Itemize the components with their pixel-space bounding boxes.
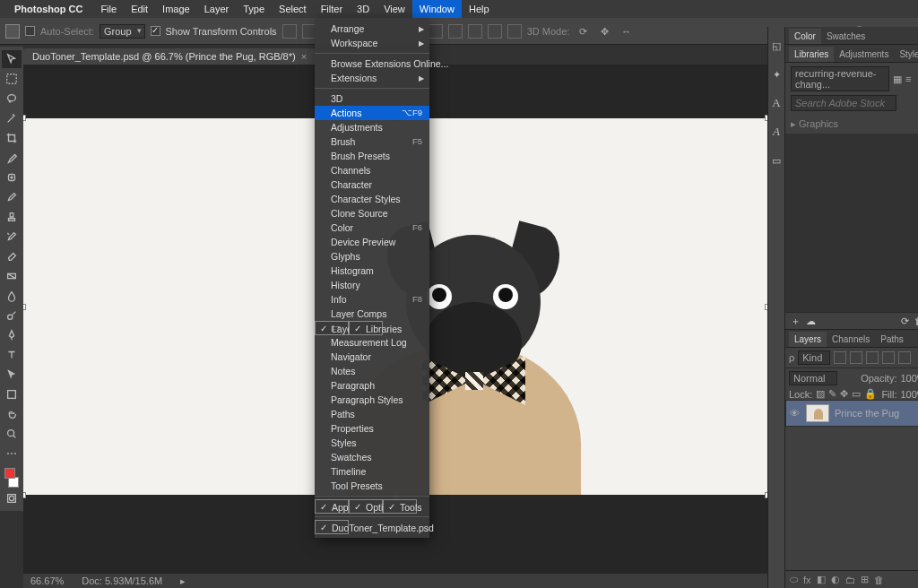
type-tool[interactable] (2, 346, 22, 364)
layer-row[interactable]: 👁 Prince the Pug (785, 400, 918, 427)
auto-select-checkbox[interactable] (25, 26, 35, 36)
filter-pixel-icon[interactable] (834, 351, 846, 364)
menu-item-paragraph[interactable]: Paragraph (315, 378, 429, 393)
paragraph-panel-icon[interactable]: A (768, 124, 784, 140)
gradient-tool[interactable] (2, 267, 22, 285)
color-swatches[interactable] (2, 468, 22, 488)
menu-view[interactable]: View (377, 0, 412, 18)
menu-item-device-preview[interactable]: Device Preview (315, 235, 429, 249)
menu-item-adjustments[interactable]: Adjustments (315, 120, 429, 134)
layer-mask-icon[interactable]: ◧ (817, 574, 826, 585)
lock-pixels-icon[interactable]: ✎ (828, 388, 836, 400)
tab-color[interactable]: Color (789, 29, 821, 44)
history-panel-icon[interactable]: ◱ (768, 38, 784, 54)
menu-item-info[interactable]: InfoF8 (315, 292, 429, 307)
menu-item-paragraph-styles[interactable]: Paragraph Styles (315, 393, 429, 407)
eraser-tool[interactable] (2, 247, 22, 265)
menu-3d[interactable]: 3D (350, 0, 377, 18)
menu-item-glyphs[interactable]: Glyphs (315, 249, 429, 264)
menu-item-notes[interactable]: Notes (315, 364, 429, 378)
tool-preset-icon[interactable] (5, 24, 20, 39)
lib-section-graphics[interactable]: Graphics (799, 118, 838, 129)
quickmask-toggle[interactable] (2, 489, 22, 507)
lib-sync-icon[interactable]: ⟳ (901, 316, 909, 327)
lib-trash-icon[interactable]: 🗑 (914, 316, 918, 326)
character-panel-icon[interactable]: A (768, 95, 784, 111)
filter-shape-icon[interactable] (882, 351, 895, 364)
lock-transparency-icon[interactable]: ▨ (816, 388, 825, 400)
adjustment-layer-icon[interactable]: ◐ (831, 574, 840, 585)
transform-handle[interactable] (23, 492, 26, 498)
menu-item-history[interactable]: History (315, 278, 429, 292)
transform-handle[interactable] (23, 115, 26, 121)
layer-name[interactable]: Prince the Pug (835, 408, 899, 419)
menu-item-character-styles[interactable]: Character Styles (315, 192, 429, 206)
menu-item-properties[interactable]: Properties (315, 421, 429, 436)
menu-item-browse-extensions-online[interactable]: Browse Extensions Online... (315, 56, 429, 71)
menu-image[interactable]: Image (155, 0, 197, 18)
filter-adj-icon[interactable] (850, 351, 862, 364)
zoom-level[interactable]: 66.67% (30, 575, 64, 586)
menu-item-actions[interactable]: Actions⌥F9 (315, 106, 429, 120)
layer-filter-select[interactable]: Kind (798, 350, 830, 365)
lock-position-icon[interactable]: ✥ (840, 388, 848, 400)
tab-close-icon[interactable]: × (301, 51, 307, 62)
dodge-tool[interactable] (2, 307, 22, 324)
menu-item-brush[interactable]: BrushF5 (315, 134, 429, 149)
menu-item-tool-presets[interactable]: Tool Presets (315, 479, 429, 493)
lib-list-icon[interactable]: ≡ (905, 74, 911, 84)
marquee-tool[interactable] (2, 70, 22, 88)
distribute-5-icon[interactable] (488, 24, 502, 39)
align-left-icon[interactable] (282, 24, 297, 39)
library-select[interactable]: recurring-revenue-chang... (791, 66, 889, 91)
distribute-4-icon[interactable] (468, 24, 482, 39)
blur-tool[interactable] (2, 287, 22, 305)
tab-libraries[interactable]: Libraries (789, 47, 834, 62)
path-select-tool[interactable] (2, 366, 22, 384)
transform-handle[interactable] (23, 304, 26, 310)
menu-item-measurement-log[interactable]: Measurement Log (315, 335, 429, 350)
tab-paths[interactable]: Paths (875, 332, 909, 347)
fill-value[interactable]: 100% (900, 389, 918, 400)
menu-item-tools[interactable]: Tools (383, 499, 417, 514)
zoom-tool[interactable] (2, 425, 22, 443)
layer-fx-icon[interactable]: fx (803, 575, 811, 585)
crop-tool[interactable] (2, 129, 22, 147)
hand-tool[interactable] (2, 405, 22, 423)
menu-select[interactable]: Select (272, 0, 314, 18)
document-tab[interactable]: DuoToner_Template.psd @ 66.7% (Prince th… (23, 48, 316, 65)
distribute-2-icon[interactable] (429, 24, 443, 39)
slide-icon[interactable]: ↔ (618, 23, 634, 39)
tab-swatches[interactable]: Swatches (821, 29, 870, 44)
wand-tool[interactable] (2, 109, 22, 127)
new-layer-icon[interactable]: ⊞ (861, 574, 869, 585)
layer-group-icon[interactable]: 🗀 (845, 575, 855, 585)
menu-window[interactable]: Window (412, 0, 462, 18)
menu-item-layers[interactable]: LayersF7 (315, 321, 349, 335)
lasso-tool[interactable] (2, 90, 22, 108)
lib-cloud-icon[interactable]: ☁ (806, 316, 816, 327)
status-arrow-icon[interactable]: ▸ (180, 575, 186, 587)
menu-item-libraries[interactable]: Libraries (349, 321, 383, 335)
menu-item-options[interactable]: Options (349, 499, 383, 514)
orbit-icon[interactable]: ⟳ (575, 23, 591, 39)
edit-toolbar[interactable]: ⋯ (2, 445, 22, 463)
tab-styles[interactable]: Styles (894, 47, 918, 62)
menu-file[interactable]: File (93, 0, 124, 18)
menu-type[interactable]: Type (236, 0, 272, 18)
lib-add-icon[interactable]: ＋ (791, 315, 801, 328)
eyedropper-tool[interactable] (2, 149, 22, 167)
menu-item-arrange[interactable]: Arrange (315, 22, 429, 36)
history-brush-tool[interactable] (2, 228, 22, 246)
tab-adjustments[interactable]: Adjustments (834, 47, 894, 62)
menu-item-clone-source[interactable]: Clone Source (315, 206, 429, 220)
move-tool[interactable] (2, 50, 22, 68)
properties-panel-icon[interactable]: ✦ (768, 66, 784, 82)
lock-all-icon[interactable]: 🔒 (864, 388, 877, 400)
auto-select-dropdown[interactable]: Group (100, 24, 145, 39)
menu-item-brush-presets[interactable]: Brush Presets (315, 149, 429, 163)
link-layers-icon[interactable]: ⬭ (790, 574, 798, 585)
lib-grid-icon[interactable]: ▦ (893, 74, 902, 85)
distribute-3-icon[interactable] (448, 24, 463, 39)
menu-item-character[interactable]: Character (315, 177, 429, 192)
